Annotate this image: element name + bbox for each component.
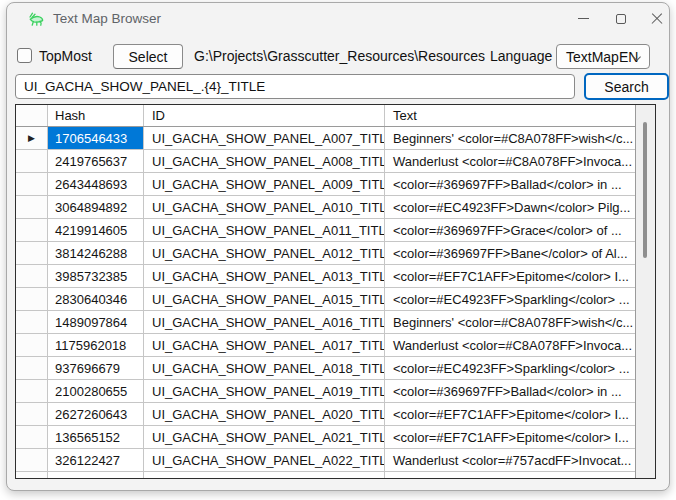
maximize-icon bbox=[616, 14, 626, 24]
id-cell[interactable]: UI_GACHA_SHOW_PANEL_A020_TITLE bbox=[144, 403, 385, 425]
table-row[interactable]: ▶ 3814246288 UI_GACHA_SHOW_PANEL_A012_TI… bbox=[16, 242, 635, 265]
row-header-cell[interactable]: ▶ bbox=[16, 173, 48, 195]
hash-cell[interactable]: 2643448693 bbox=[48, 173, 144, 195]
hash-cell[interactable]: 2830640346 bbox=[48, 288, 144, 310]
vertical-scrollbar[interactable] bbox=[636, 105, 655, 478]
table-row[interactable]: ▶ Wanderlust <color=#C8A078FF>Invoca... bbox=[16, 472, 635, 478]
minimize-icon bbox=[578, 18, 589, 19]
row-header-cell[interactable]: ▶ bbox=[16, 242, 48, 264]
column-header-id[interactable]: ID bbox=[144, 105, 385, 126]
table-row[interactable]: ▶ 1489097864 UI_GACHA_SHOW_PANEL_A016_TI… bbox=[16, 311, 635, 334]
id-cell[interactable]: UI_GACHA_SHOW_PANEL_A010_TITLE bbox=[144, 196, 385, 218]
text-cell[interactable]: Wanderlust <color=#757acdFF>Invocat... bbox=[385, 449, 635, 471]
app-window: Text Map Browser TopMost Select G:\Proje… bbox=[6, 2, 670, 491]
text-cell[interactable]: <color=#369697FF>Ballad</color> in ... bbox=[385, 380, 635, 402]
table-row[interactable]: ▶ 937696679 UI_GACHA_SHOW_PANEL_A018_TIT… bbox=[16, 357, 635, 380]
maximize-button[interactable] bbox=[601, 3, 641, 34]
search-input[interactable] bbox=[15, 74, 575, 99]
text-cell[interactable]: <color=#EF7C1AFF>Epitome</color> I... bbox=[385, 265, 635, 287]
id-cell[interactable]: UI_GACHA_SHOW_PANEL_A017_TITLE bbox=[144, 334, 385, 356]
hash-cell[interactable]: 326122427 bbox=[48, 449, 144, 471]
row-header-cell[interactable]: ▶ bbox=[16, 426, 48, 448]
table-row[interactable]: ▶ 2643448693 UI_GACHA_SHOW_PANEL_A009_TI… bbox=[16, 173, 635, 196]
text-cell[interactable]: <color=#EF7C1AFF>Epitome</color> I... bbox=[385, 426, 635, 448]
hash-cell[interactable] bbox=[48, 472, 144, 478]
title-bar[interactable]: Text Map Browser bbox=[7, 3, 669, 35]
row-header-cell[interactable]: ▶ bbox=[16, 403, 48, 425]
text-cell[interactable]: <color=#EC4923FF>Sparkling</color> ... bbox=[385, 357, 635, 379]
hash-cell[interactable]: 1706546433 bbox=[48, 127, 144, 149]
table-row[interactable]: ▶ 2100280655 UI_GACHA_SHOW_PANEL_A019_TI… bbox=[16, 380, 635, 403]
id-cell[interactable]: UI_GACHA_SHOW_PANEL_A021_TITLE bbox=[144, 426, 385, 448]
id-cell[interactable]: UI_GACHA_SHOW_PANEL_A018_TITLE bbox=[144, 357, 385, 379]
text-cell[interactable]: Wanderlust <color=#C8A078FF>Invoca... bbox=[385, 472, 635, 478]
text-cell[interactable]: <color=#369697FF>Grace</color> of ... bbox=[385, 219, 635, 241]
id-cell[interactable]: UI_GACHA_SHOW_PANEL_A016_TITLE bbox=[144, 311, 385, 333]
close-button[interactable] bbox=[637, 3, 670, 34]
table-row[interactable]: ▶ 1706546433 UI_GACHA_SHOW_PANEL_A007_TI… bbox=[16, 127, 635, 150]
minimize-button[interactable] bbox=[563, 3, 603, 34]
select-button[interactable]: Select bbox=[113, 44, 183, 69]
row-header-cell[interactable]: ▶ bbox=[16, 357, 48, 379]
table-row[interactable]: ▶ 2830640346 UI_GACHA_SHOW_PANEL_A015_TI… bbox=[16, 288, 635, 311]
text-cell[interactable]: Wanderlust <color=#C8A078FF>Invoca... bbox=[385, 150, 635, 172]
scrollbar-thumb[interactable] bbox=[643, 122, 647, 258]
row-header-cell[interactable]: ▶ bbox=[16, 219, 48, 241]
table-row[interactable]: ▶ 3064894892 UI_GACHA_SHOW_PANEL_A010_TI… bbox=[16, 196, 635, 219]
column-header-text[interactable]: Text bbox=[385, 105, 635, 126]
id-cell[interactable]: UI_GACHA_SHOW_PANEL_A011_TITLE bbox=[144, 219, 385, 241]
id-cell[interactable]: UI_GACHA_SHOW_PANEL_A007_TITLE bbox=[144, 127, 385, 149]
resources-path: G:\Projects\Grasscutter_Resources\Resour… bbox=[194, 48, 485, 64]
hash-cell[interactable]: 4219914605 bbox=[48, 219, 144, 241]
hash-cell[interactable]: 2627260643 bbox=[48, 403, 144, 425]
row-header-cell[interactable]: ▶ bbox=[16, 288, 48, 310]
table-row[interactable]: ▶ 2627260643 UI_GACHA_SHOW_PANEL_A020_TI… bbox=[16, 403, 635, 426]
text-cell[interactable]: <color=#369697FF>Bane</color> of Al... bbox=[385, 242, 635, 264]
row-header-cell[interactable]: ▶ bbox=[16, 196, 48, 218]
hash-cell[interactable]: 937696679 bbox=[48, 357, 144, 379]
hash-cell[interactable]: 2100280655 bbox=[48, 380, 144, 402]
table-row[interactable]: ▶ 3985732385 UI_GACHA_SHOW_PANEL_A013_TI… bbox=[16, 265, 635, 288]
id-cell[interactable]: UI_GACHA_SHOW_PANEL_A009_TITLE bbox=[144, 173, 385, 195]
text-cell[interactable]: Beginners' <color=#C8A078FF>wish</c... bbox=[385, 311, 635, 333]
id-cell[interactable]: UI_GACHA_SHOW_PANEL_A012_TITLE bbox=[144, 242, 385, 264]
text-cell[interactable]: <color=#EC4923FF>Dawn</color> Pilg... bbox=[385, 196, 635, 218]
hash-cell[interactable]: 2419765637 bbox=[48, 150, 144, 172]
id-cell[interactable] bbox=[144, 472, 385, 478]
language-dropdown[interactable]: TextMapEN bbox=[556, 44, 650, 69]
id-cell[interactable]: UI_GACHA_SHOW_PANEL_A019_TITLE bbox=[144, 380, 385, 402]
hash-cell[interactable]: 1489097864 bbox=[48, 311, 144, 333]
text-cell[interactable]: Wanderlust <color=#C8A078FF>Invoca... bbox=[385, 334, 635, 356]
table-row[interactable]: ▶ 1175962018 UI_GACHA_SHOW_PANEL_A017_TI… bbox=[16, 334, 635, 357]
row-header-cell[interactable]: ▶ bbox=[16, 265, 48, 287]
search-button[interactable]: Search bbox=[584, 73, 669, 100]
hash-cell[interactable]: 3985732385 bbox=[48, 265, 144, 287]
row-header-cell[interactable]: ▶ bbox=[16, 334, 48, 356]
id-cell[interactable]: UI_GACHA_SHOW_PANEL_A013_TITLE bbox=[144, 265, 385, 287]
row-header-cell[interactable]: ▶ bbox=[16, 311, 48, 333]
text-cell[interactable]: <color=#369697FF>Ballad</color> in ... bbox=[385, 173, 635, 195]
hash-cell[interactable]: 3064894892 bbox=[48, 196, 144, 218]
table-row[interactable]: ▶ 2419765637 UI_GACHA_SHOW_PANEL_A008_TI… bbox=[16, 150, 635, 173]
table-row[interactable]: ▶ 4219914605 UI_GACHA_SHOW_PANEL_A011_TI… bbox=[16, 219, 635, 242]
text-cell[interactable]: <color=#EC4923FF>Sparkling</color> ... bbox=[385, 288, 635, 310]
table-row[interactable]: ▶ 136565152 UI_GACHA_SHOW_PANEL_A021_TIT… bbox=[16, 426, 635, 449]
hash-cell[interactable]: 1175962018 bbox=[48, 334, 144, 356]
id-cell[interactable]: UI_GACHA_SHOW_PANEL_A022_TITLE bbox=[144, 449, 385, 471]
row-header-cell[interactable]: ▶ bbox=[16, 380, 48, 402]
row-header-cell[interactable]: ▶ bbox=[16, 150, 48, 172]
table-row[interactable]: ▶ 326122427 UI_GACHA_SHOW_PANEL_A022_TIT… bbox=[16, 449, 635, 472]
topmost-checkbox[interactable] bbox=[17, 48, 32, 63]
text-cell[interactable]: Beginners' <color=#C8A078FF>wish</c... bbox=[385, 127, 635, 149]
row-header-column-header[interactable] bbox=[16, 105, 48, 126]
close-icon bbox=[651, 13, 663, 25]
hash-cell[interactable]: 3814246288 bbox=[48, 242, 144, 264]
hash-cell[interactable]: 136565152 bbox=[48, 426, 144, 448]
text-cell[interactable]: <color=#EF7C1AFF>Epitome</color> I... bbox=[385, 403, 635, 425]
row-header-cell[interactable]: ▶ bbox=[16, 472, 48, 478]
id-cell[interactable]: UI_GACHA_SHOW_PANEL_A008_TITLE bbox=[144, 150, 385, 172]
row-header-cell[interactable]: ▶ bbox=[16, 127, 48, 149]
column-header-hash[interactable]: Hash bbox=[48, 105, 144, 126]
row-header-cell[interactable]: ▶ bbox=[16, 449, 48, 471]
id-cell[interactable]: UI_GACHA_SHOW_PANEL_A015_TITLE bbox=[144, 288, 385, 310]
